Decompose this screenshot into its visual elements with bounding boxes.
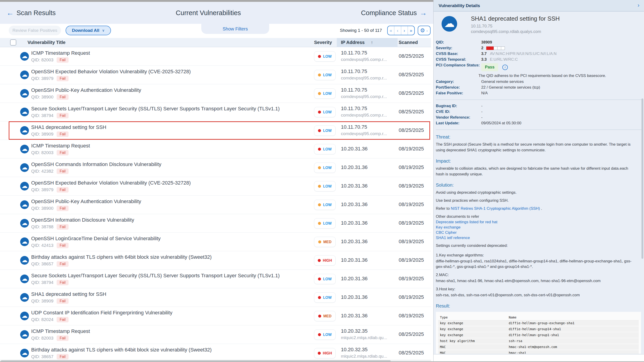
- cloud-icon: ☁: [20, 200, 29, 209]
- scan-date: 08/19/2025: [399, 313, 424, 319]
- severity-badge: LOW: [314, 274, 336, 284]
- vertical-scrollbar-thumb[interactable]: [642, 98, 643, 259]
- severity-dot-icon: [318, 129, 321, 132]
- deprecated-intro: Settings currently considered deprecated…: [434, 243, 644, 251]
- hostname: mlquic2.mlqa.rdlab.qu...: [341, 335, 387, 340]
- download-all-button[interactable]: Download All ∨: [66, 26, 111, 35]
- scan-date: 08/25/2025: [399, 109, 424, 115]
- severity-label: LOW: [323, 147, 332, 151]
- result-row: host key algorithm ssh-rsa: [438, 338, 639, 344]
- table-row[interactable]: ☁ OpenSSH Expected Behavior Violation Vu…: [0, 66, 431, 84]
- table-row[interactable]: ☁ UDP Constant IP Identification Field F…: [0, 307, 431, 325]
- table-row[interactable]: ☁ Secure Sockets Layer/Transport Layer S…: [0, 103, 431, 121]
- severity-label: MED: [323, 240, 332, 244]
- severity-dot-icon: [318, 333, 321, 336]
- table-row[interactable]: ☁ ICMP Timestamp Request QID: 82003 Fail…: [0, 325, 431, 344]
- cvss-base-score: 3.7: [481, 51, 487, 56]
- select-all-checkbox[interactable]: [10, 39, 16, 46]
- vulnerability-title: OpenSSH Public-Key Authentication Vulner…: [31, 198, 141, 204]
- ip-address: 10.20.31.36: [341, 201, 368, 207]
- vulnerability-title: Secure Sockets Layer/Transport Layer Sec…: [31, 273, 280, 279]
- ip-address: 10.11.70.75: [341, 87, 367, 93]
- severity-dot-icon: [318, 222, 321, 225]
- severity-badge: LOW: [314, 70, 336, 80]
- vulnerability-title: ICMP Timestamp Request: [31, 50, 90, 56]
- cloud-icon: ☁: [20, 108, 29, 116]
- table-row[interactable]: ☁ OpenSSH Public-Key Authentication Vuln…: [0, 195, 431, 214]
- cloud-icon: ☁: [20, 237, 29, 246]
- sort-ascending-icon: ↑: [371, 40, 373, 45]
- severity-dot-icon: [318, 352, 321, 355]
- scan-date: 08/19/2025: [399, 294, 424, 300]
- solution-p1: Avoid using deprecated cryptographic set…: [434, 189, 644, 197]
- severity-dot-icon: [318, 185, 321, 188]
- field-cvss-temporal: CVSS Temporal: 3.3E:U/RL:W/RC:C: [434, 57, 644, 62]
- nist-reference-link[interactable]: NIST Retires SHA-1 Cryptographic Algorit…: [451, 206, 540, 211]
- detail-vulnerability-title: SHA1 deprecated setting for SSH: [471, 15, 560, 22]
- table-row[interactable]: ☁ ICMP Timestamp Request QID: 82003 Fail…: [0, 47, 431, 66]
- table-row[interactable]: ☁ OpenSSH Public-Key Authentication Vuln…: [0, 84, 431, 103]
- result-row: MAC hmac-sha1-etm@openssh.com: [438, 344, 639, 350]
- vulnerability-title: OpenSSH Expected Behavior Violation Vuln…: [31, 180, 191, 186]
- severity-dot-icon: [318, 73, 321, 76]
- info-icon[interactable]: i: [502, 65, 508, 70]
- last-page-button[interactable]: »: [408, 26, 414, 35]
- reference-link[interactable]: Key exchange: [436, 225, 635, 230]
- table-row[interactable]: ☁ OpenSSH Commands Information Disclosur…: [0, 159, 431, 177]
- forward-nav[interactable]: Compliance Status →: [361, 9, 427, 17]
- severity-dot-icon: [318, 296, 321, 299]
- prev-page-button[interactable]: ‹: [394, 26, 401, 35]
- table-row[interactable]: ☁ SHA1 deprecated setting for SSH QID: 3…: [0, 121, 431, 140]
- table-row[interactable]: ☁ Birthday attacks against TLS ciphers w…: [0, 344, 431, 360]
- field-bugtraq: Bugtraq ID: -: [434, 103, 644, 109]
- table-settings-button[interactable]: ⚙ ⌄: [418, 26, 430, 35]
- first-page-button[interactable]: «: [388, 26, 394, 35]
- table-row[interactable]: ☁ OpenSSH Expected Behavior Violation Vu…: [0, 177, 431, 195]
- fail-badge: Fail: [57, 224, 68, 230]
- cve-value: -: [481, 109, 640, 115]
- column-header-severity[interactable]: Severity: [314, 40, 332, 45]
- column-header-title[interactable]: Vulnerability Title: [28, 40, 66, 45]
- scan-date: 08/25/2025: [399, 331, 424, 337]
- table-row[interactable]: ☁ Secure Sockets Layer/Transport Layer S…: [0, 270, 431, 288]
- table-row[interactable]: ☁ ICMP Timestamp Request QID: 82003 Fail…: [0, 140, 431, 159]
- cvss-temporal-score: 3.3: [481, 57, 487, 62]
- table-row[interactable]: ☁ SHA1 deprecated setting for SSH QID: 3…: [0, 288, 431, 307]
- reference-link[interactable]: SHA1 ietf reference: [436, 235, 635, 240]
- deprecated-section-heading: 2.MAC:: [434, 270, 644, 278]
- column-header-scanned[interactable]: Scanned: [399, 40, 418, 45]
- back-nav[interactable]: ← Scan Results: [6, 9, 56, 17]
- detail-hostname: comdevpsql95.comp.rdlab.qualys.com: [471, 29, 541, 34]
- toolbar: Review False Positives Download All ∨ Sh…: [0, 26, 433, 36]
- qid-value: 38909: [481, 40, 492, 44]
- table-row[interactable]: ☁ OpenSSH LoginGraceTime Denial of Servi…: [0, 233, 431, 251]
- ip-address: 10.11.70.75: [341, 68, 367, 74]
- table-row[interactable]: ☁ OpenSSH Information Disclosure Vulnera…: [0, 214, 431, 233]
- next-page-button[interactable]: ›: [401, 26, 408, 35]
- fail-badge: Fail: [57, 169, 68, 174]
- review-false-positives-button[interactable]: Review False Positives: [9, 26, 61, 35]
- column-header-ip[interactable]: IP Address ↑: [337, 38, 398, 47]
- qid-label: QID: 38788: [31, 224, 54, 229]
- qid-label: QID: 38900: [31, 95, 54, 100]
- reference-link[interactable]: CBC Cipher: [436, 230, 635, 235]
- ip-address: 10.20.32.35: [341, 328, 368, 334]
- hostname: comdevpsql95.comp.r...: [341, 131, 387, 136]
- qid-label: QID: 82003: [31, 336, 54, 341]
- scan-date: 08/19/2025: [399, 201, 424, 207]
- qid-label: QID: 38909: [31, 132, 54, 137]
- cloud-icon: ☁: [20, 145, 29, 153]
- severity-badge: LOW: [314, 51, 336, 62]
- vulnerability-title: SHA1 deprecated setting for SSH: [31, 291, 106, 297]
- false-positive-value: N/A: [481, 90, 640, 96]
- reference-link[interactable]: Deprecate settings listed for red hat: [436, 219, 635, 225]
- collapse-panel-icon[interactable]: ›: [638, 2, 640, 8]
- fail-badge: Fail: [57, 206, 68, 211]
- cvss-base-vector: AV:N/AC:H/PR:N/UI:N/S:U/C:N/I:L/A:N: [490, 51, 557, 56]
- severity-badge: MED: [314, 311, 336, 321]
- reference-links: Deprecate settings listed for red hatKey…: [434, 219, 644, 243]
- deprecated-sections: 1.Key exchange algorithms:diffie-hellman…: [434, 251, 644, 299]
- table-row[interactable]: ☁ Birthday attacks against TLS ciphers w…: [0, 251, 431, 270]
- qid-label: QID: 38657: [31, 261, 54, 267]
- cloud-icon: ☁: [20, 293, 29, 302]
